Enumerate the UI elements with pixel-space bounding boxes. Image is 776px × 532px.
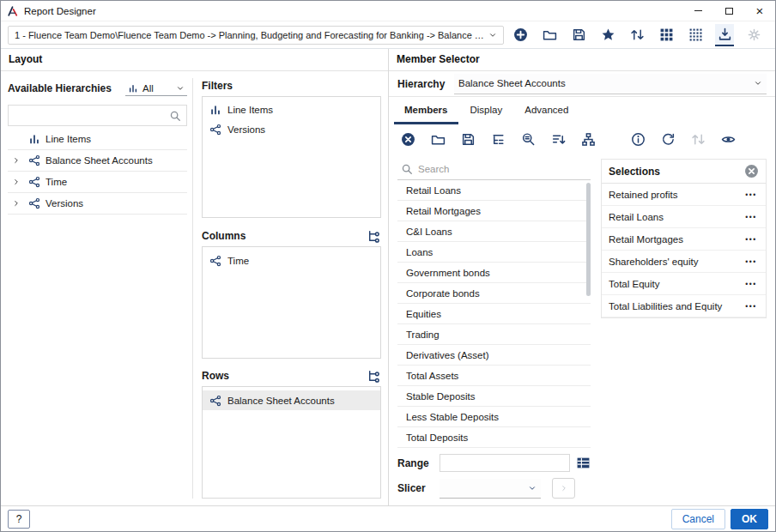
import-button[interactable] (715, 24, 734, 46)
range-input[interactable] (440, 454, 570, 472)
selection-row[interactable]: Total Liabilities and Equity (602, 295, 766, 317)
member-row[interactable]: Retail Loans (397, 180, 591, 201)
member-info-button[interactable] (629, 130, 646, 148)
hierarchy-label: Hierarchy (397, 78, 447, 90)
hierarchy-filter-dropdown[interactable]: All (125, 82, 187, 96)
report-breadcrumb-dropdown[interactable]: 1 - Fluence Team Demo\Fluence Team Demo … (8, 26, 504, 45)
member-row[interactable]: Stable Deposits (397, 386, 591, 407)
member-row[interactable]: Loans (397, 242, 591, 263)
range-label: Range (397, 457, 433, 469)
member-row[interactable]: C&I Loans (397, 221, 591, 242)
zone-item-label: Balance Sheet Accounts (227, 396, 335, 406)
clear-selections-icon[interactable] (744, 164, 759, 178)
rows-item-balance-sheet-accounts[interactable]: Balance Sheet Accounts (203, 390, 380, 410)
filters-item-versions[interactable]: Versions (203, 120, 380, 140)
more-options-button[interactable] (743, 210, 759, 224)
maximize-button[interactable] (713, 1, 744, 21)
tab-display[interactable]: Display (460, 99, 513, 124)
tree-view-button[interactable] (489, 130, 506, 148)
selection-row[interactable]: Retail Loans (602, 206, 766, 228)
range-lookup-grid-icon[interactable] (576, 456, 591, 470)
selection-row[interactable]: Shareholders' equity (602, 251, 766, 273)
clear-selection-button[interactable] (399, 130, 416, 148)
grid-dots-view-button[interactable] (686, 24, 705, 46)
open-report-button[interactable] (540, 24, 559, 46)
preview-members-button[interactable] (719, 130, 737, 148)
refresh-members-button[interactable] (659, 130, 676, 148)
member-row[interactable]: Government bonds (397, 263, 591, 283)
search-members-button[interactable] (519, 130, 537, 148)
layout-section-title: Layout (1, 49, 388, 71)
hierarchy-item-label: Line Items (45, 134, 91, 144)
transfer-button[interactable] (627, 24, 646, 46)
clear-circle-icon (401, 132, 415, 147)
help-button[interactable]: ? (8, 510, 30, 529)
chevron-down-icon (528, 484, 537, 493)
members-search-input[interactable] (418, 164, 587, 174)
hierarchies-search-input[interactable] (14, 111, 166, 121)
hierarchy-select-value: Balance Sheet Accounts (458, 78, 754, 88)
add-report-button[interactable] (511, 24, 530, 46)
slicer-next-button (552, 478, 575, 499)
grid-view-button[interactable] (657, 24, 676, 46)
close-button[interactable] (744, 1, 775, 21)
more-options-button[interactable] (743, 188, 759, 202)
filters-item-line-items[interactable]: Line Items (203, 100, 380, 120)
member-row[interactable]: Derivatives (Asset) (397, 345, 591, 366)
columns-item-time[interactable]: Time (203, 251, 380, 270)
hierarchy-item-versions[interactable]: Versions (8, 193, 187, 215)
axis-zones-panel: Filters Line Items Versions (202, 78, 381, 499)
member-row[interactable]: Corporate bonds (397, 283, 591, 304)
org-chart-icon (581, 132, 596, 147)
org-view-button[interactable] (579, 130, 597, 148)
more-options-button[interactable] (743, 255, 759, 269)
save-report-button[interactable] (569, 24, 588, 46)
eye-icon (721, 132, 736, 147)
tree-list-icon (491, 132, 506, 147)
hierarchy-item-time[interactable]: Time (8, 172, 187, 193)
selection-label: Total Equity (609, 279, 743, 289)
maximize-icon (725, 8, 733, 15)
hierarchy-picker-icon[interactable] (367, 229, 381, 244)
more-options-button[interactable] (743, 299, 759, 313)
chevron-down-icon (488, 31, 497, 39)
selection-row[interactable]: Retail Mortgages (602, 228, 766, 251)
hierarchy-item-line-items[interactable]: Line Items (8, 129, 187, 150)
bar-chart-icon (209, 104, 221, 116)
selection-row[interactable]: Total Equity (602, 273, 766, 295)
tab-members[interactable]: Members (394, 99, 458, 124)
member-row[interactable]: Equities (397, 304, 591, 324)
slicer-dropdown[interactable] (440, 479, 541, 499)
save-icon (572, 27, 586, 42)
columns-zone-title: Columns (202, 230, 246, 242)
open-selection-button[interactable] (429, 130, 446, 148)
save-selection-button[interactable] (459, 130, 476, 148)
member-row[interactable]: Total Deposits (397, 427, 591, 448)
hierarchy-picker-icon[interactable] (367, 369, 381, 384)
more-options-button[interactable] (743, 277, 759, 291)
members-list: Retail Loans Retail Mortgages C&I Loans … (397, 180, 591, 448)
bar-chart-icon (128, 83, 138, 94)
grid-dots-icon (688, 27, 703, 42)
title-bar: Report Designer (1, 1, 775, 21)
minimize-button[interactable] (682, 1, 713, 21)
selection-label: Retail Mortgages (609, 234, 743, 245)
sort-members-button[interactable] (549, 130, 567, 148)
slicer-label: Slicer (397, 482, 433, 494)
member-row[interactable]: Less Stable Deposits (397, 407, 591, 427)
member-row[interactable]: Trading (397, 324, 591, 345)
transfer-icon (630, 27, 645, 42)
member-row[interactable]: Retail Mortgages (397, 201, 591, 221)
member-row[interactable]: Total Assets (397, 366, 591, 386)
hierarchy-item-balance-sheet-accounts[interactable]: Balance Sheet Accounts (8, 150, 187, 172)
hierarchy-icon (28, 197, 40, 209)
favorite-button[interactable] (598, 24, 617, 46)
ok-button[interactable]: OK (731, 509, 768, 529)
more-options-button[interactable] (743, 233, 759, 246)
selection-row[interactable]: Retained profits (602, 184, 766, 206)
member-selector-title: Member Selector (389, 49, 775, 71)
members-scrollbar-thumb[interactable] (586, 183, 591, 296)
hierarchy-select[interactable]: Balance Sheet Accounts (454, 74, 767, 94)
cancel-button[interactable]: Cancel (671, 509, 725, 529)
tab-advanced[interactable]: Advanced (514, 99, 579, 124)
